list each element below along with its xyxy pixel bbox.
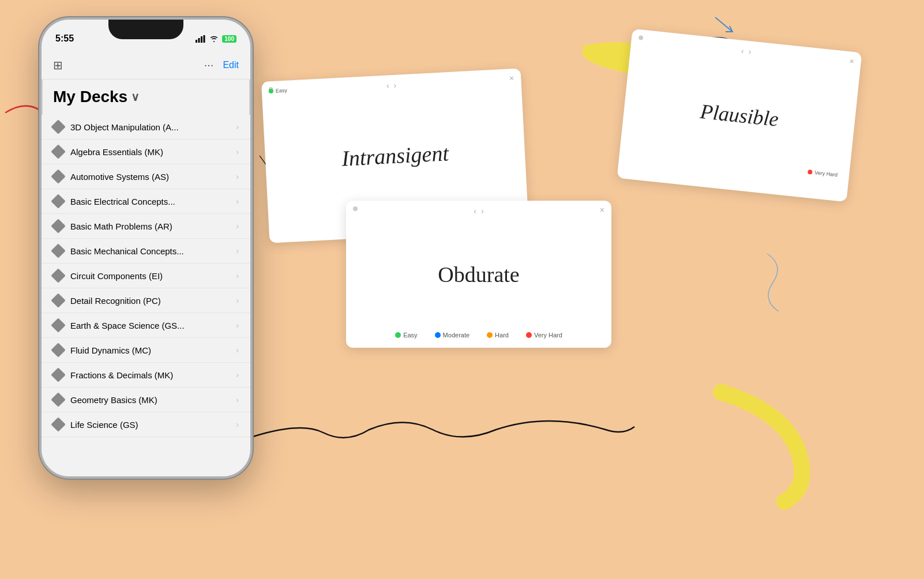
- deck-chevron-3d-object: ›: [236, 122, 239, 131]
- deck-chevron-detail: ›: [236, 296, 239, 305]
- phone-mockup: 5:55 100 ⊞ ···: [39, 17, 253, 559]
- deck-icon-fluid: [51, 343, 65, 357]
- easy-label: Easy: [403, 332, 417, 339]
- deck-icon-life-science: [51, 417, 65, 431]
- deck-icon-basic-math: [51, 219, 65, 233]
- deck-name-algebra: Algebra Essentials (MK): [70, 147, 229, 157]
- deck-item-algebra[interactable]: Algebra Essentials (MK)›: [42, 140, 250, 164]
- deck-item-earth-space[interactable]: Earth & Space Science (GS...›: [42, 313, 250, 338]
- card-close-obdurate[interactable]: ×: [600, 205, 604, 215]
- deck-icon-basic-electrical: [51, 194, 65, 208]
- card-close-intransigent[interactable]: ×: [509, 73, 514, 82]
- nav-bar: ⊞ ··· Edit: [42, 51, 250, 80]
- my-decks-label: My Decks: [53, 88, 127, 106]
- obdurate-card[interactable]: ‹› × Obdurate Easy Moderate Hard Very Ha…: [346, 201, 611, 348]
- deck-name-automotive: Automotive Systems (AS): [70, 172, 229, 182]
- intransigent-word: Intransigent: [341, 140, 449, 171]
- deck-name-geometry: Geometry Basics (MK): [70, 395, 229, 405]
- deck-item-detail[interactable]: Detail Recognition (PC)›: [42, 288, 250, 313]
- deck-item-life-science[interactable]: Life Science (GS)›: [42, 412, 250, 437]
- deck-item-basic-mechanical[interactable]: Basic Mechanical Concepts...›: [42, 239, 250, 264]
- decks-title: My Decks ∨: [53, 88, 140, 106]
- decks-title-chevron[interactable]: ∨: [131, 90, 140, 104]
- diff-very-hard[interactable]: Very Hard: [526, 332, 562, 339]
- deck-name-circuit: Circuit Components (EI): [70, 271, 229, 281]
- deck-chevron-fluid: ›: [236, 345, 239, 355]
- moderate-dot: [435, 332, 441, 338]
- deck-list: 3D Object Manipulation (A...›Algebra Ess…: [42, 115, 250, 476]
- diff-moderate[interactable]: Moderate: [435, 332, 469, 339]
- deck-icon-basic-mechanical: [51, 243, 65, 258]
- deck-icon-automotive: [51, 169, 65, 183]
- deck-name-detail: Detail Recognition (PC): [70, 296, 229, 306]
- deck-chevron-geometry: ›: [236, 395, 239, 404]
- svg-rect-4: [196, 40, 197, 43]
- deck-name-fractions: Fractions & Decimals (MK): [70, 370, 229, 380]
- diff-easy[interactable]: Easy: [395, 332, 417, 339]
- deck-chevron-circuit: ›: [236, 271, 239, 280]
- card-nav-plausible: ‹›: [741, 46, 752, 57]
- svg-rect-6: [201, 36, 202, 43]
- battery-badge: 100: [222, 35, 236, 43]
- deck-name-fluid: Fluid Dynamics (MC): [70, 345, 229, 355]
- plausible-card[interactable]: ‹› × Plausible Very Hard: [617, 29, 862, 202]
- hard-dot: [487, 332, 493, 338]
- add-deck-icon[interactable]: ⊞: [53, 58, 63, 72]
- deck-chevron-basic-electrical: ›: [236, 197, 239, 206]
- deck-item-3d-object[interactable]: 3D Object Manipulation (A...›: [42, 115, 250, 140]
- status-icons: 100: [196, 35, 236, 43]
- deck-item-geometry[interactable]: Geometry Basics (MK)›: [42, 388, 250, 412]
- deck-name-earth-space: Earth & Space Science (GS...: [70, 321, 229, 330]
- deck-icon-algebra: [51, 144, 65, 159]
- edit-button[interactable]: Edit: [223, 60, 239, 70]
- deck-item-fluid[interactable]: Fluid Dynamics (MC)›: [42, 338, 250, 363]
- deck-item-fractions[interactable]: Fractions & Decimals (MK)›: [42, 363, 250, 388]
- card-dot: [638, 35, 644, 40]
- deck-icon-fractions: [51, 367, 65, 382]
- deck-name-3d-object: 3D Object Manipulation (A...: [70, 122, 229, 132]
- wifi-icon: [209, 35, 219, 42]
- easy-dot: [395, 332, 401, 338]
- deck-icon-earth-space: [51, 318, 65, 332]
- deck-chevron-life-science: ›: [236, 420, 239, 429]
- deck-item-circuit[interactable]: Circuit Components (EI)›: [42, 264, 250, 288]
- svg-rect-7: [204, 35, 205, 43]
- card-dot-obdurate: [353, 206, 358, 211]
- deck-chevron-basic-math: ›: [236, 221, 239, 231]
- deck-chevron-basic-mechanical: ›: [236, 246, 239, 255]
- diff-hard[interactable]: Hard: [487, 332, 509, 339]
- difficulty-row: Easy Moderate Hard Very Hard: [346, 332, 611, 339]
- deck-item-automotive[interactable]: Automotive Systems (AS)›: [42, 164, 250, 189]
- plausible-word: Plausible: [699, 99, 780, 131]
- deck-chevron-fractions: ›: [236, 370, 239, 379]
- hard-label: Hard: [495, 332, 509, 339]
- deck-icon-circuit: [51, 268, 65, 283]
- deck-chevron-earth-space: ›: [236, 321, 239, 330]
- very-hard-badge: Very Hard: [807, 169, 838, 178]
- very-hard-dot: [526, 332, 532, 338]
- card-nav-intransigent: ‹›: [386, 81, 397, 91]
- signal-icon: [196, 35, 206, 43]
- more-icon[interactable]: ···: [204, 58, 214, 72]
- deck-icon-geometry: [51, 392, 65, 407]
- moderate-label: Moderate: [443, 332, 469, 339]
- card-close-plausible[interactable]: ×: [849, 56, 855, 66]
- deck-name-basic-math: Basic Math Problems (AR): [70, 221, 229, 231]
- deck-chevron-automotive: ›: [236, 172, 239, 181]
- deck-item-basic-math[interactable]: Basic Math Problems (AR)›: [42, 214, 250, 239]
- phone-frame: 5:55 100 ⊞ ···: [39, 17, 253, 479]
- phone-notch: [108, 20, 183, 39]
- status-time: 5:55: [55, 33, 74, 44]
- deck-name-basic-electrical: Basic Electrical Concepts...: [70, 197, 229, 206]
- deck-name-life-science: Life Science (GS): [70, 420, 229, 430]
- svg-rect-5: [198, 38, 200, 43]
- deck-icon-3d-object: [51, 119, 65, 134]
- card-nav-obdurate: ‹›: [474, 206, 483, 216]
- deck-name-basic-mechanical: Basic Mechanical Concepts...: [70, 246, 229, 256]
- easy-badge-intransigent: Easy: [269, 88, 287, 95]
- deck-icon-detail: [51, 293, 65, 307]
- obdurate-word: Obdurate: [438, 262, 519, 287]
- deck-chevron-algebra: ›: [236, 147, 239, 156]
- deck-item-basic-electrical[interactable]: Basic Electrical Concepts...›: [42, 189, 250, 214]
- very-hard-label: Very Hard: [534, 332, 562, 339]
